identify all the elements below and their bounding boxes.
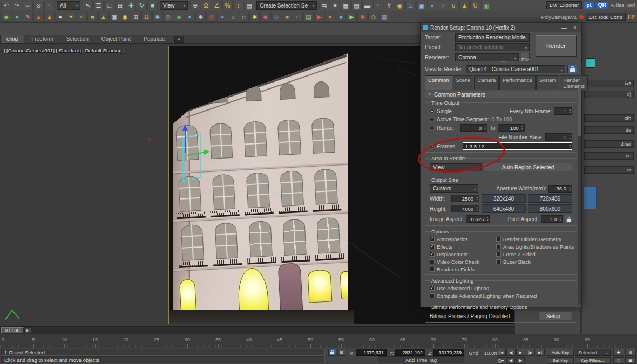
ribbon-tab-freeform[interactable]: Freeform bbox=[25, 35, 59, 43]
unlink-selection-icon[interactable]: ⊗ bbox=[33, 1, 44, 10]
use-pivot-center-icon[interactable]: ⊕ bbox=[190, 1, 200, 10]
u-badge-icon[interactable]: U bbox=[470, 1, 480, 10]
helper-tool-icon[interactable]: ⊞ bbox=[131, 12, 141, 22]
qr-plugin-button[interactable]: QR bbox=[596, 2, 608, 9]
ribbon-tab-populate[interactable]: Populate bbox=[138, 35, 171, 43]
selection-lock-toggle[interactable] bbox=[328, 349, 336, 356]
add-time-tag[interactable]: Add Time Tag bbox=[378, 356, 464, 363]
wave-icon[interactable]: ≈ bbox=[217, 12, 227, 22]
undo-icon[interactable]: ↶ bbox=[1, 1, 11, 10]
frames-radio[interactable] bbox=[430, 144, 435, 149]
auto-key-button[interactable]: Auto Key bbox=[547, 349, 574, 356]
flame-strong-icon[interactable]: ▲ bbox=[44, 12, 55, 22]
aperture-spinner[interactable]: 36,0 bbox=[548, 185, 572, 193]
layer-manager-icon[interactable]: ▤ bbox=[351, 1, 362, 10]
compute-advanced-lighting-when-required-checkbox[interactable]: Compute Advanced Lighting when Required bbox=[430, 292, 572, 299]
render-button[interactable]: Render bbox=[536, 35, 577, 57]
ribbon-tab-eling[interactable]: eling bbox=[0, 35, 24, 43]
preset-640x480-button[interactable]: 640x480 bbox=[482, 204, 526, 213]
spinner-snap-icon[interactable]: ↕ bbox=[233, 1, 243, 10]
panel-rollout-3[interactable]: oth bbox=[584, 114, 634, 122]
range-from-spinner[interactable]: 0 bbox=[460, 124, 487, 132]
checkbox-icon[interactable] bbox=[496, 259, 501, 264]
sphere-tool-icon[interactable]: ● bbox=[12, 12, 22, 22]
frames-field[interactable]: 1,3,5-12 bbox=[463, 142, 572, 150]
single-radio[interactable] bbox=[430, 109, 435, 114]
snaps-toggle-icon[interactable]: Ω bbox=[201, 1, 211, 10]
dialog-tab-common[interactable]: Common bbox=[425, 75, 452, 90]
bulb-icon[interactable]: ○ bbox=[77, 12, 87, 22]
previous-frame-button[interactable]: ◀| bbox=[506, 349, 516, 356]
time-slider[interactable]: 0 / 100 ▶ bbox=[0, 326, 516, 334]
go-to-end-button[interactable]: ▶ bbox=[516, 357, 525, 364]
dialog-titlebar[interactable]: Render Setup: Corona 10 (Hotfix 2) — × bbox=[421, 23, 581, 32]
area-lights-shadows-as-points-checkbox[interactable]: Area Lights/Shadows as Points bbox=[496, 243, 574, 250]
orange-ball-icon[interactable]: ● bbox=[325, 12, 335, 22]
auto-region-selected-button[interactable]: Auto Region Selected bbox=[484, 163, 572, 171]
checkbox-icon[interactable] bbox=[430, 252, 435, 257]
gear-icon[interactable]: ✱ bbox=[195, 12, 206, 22]
named-selection-set-field[interactable]: Create Selection Se bbox=[256, 1, 317, 10]
renderer-dropdown[interactable]: Corona bbox=[455, 53, 519, 61]
diamond-icon[interactable]: ◇ bbox=[271, 12, 281, 22]
atmospherics-checkbox[interactable]: Atmospherics bbox=[430, 235, 494, 243]
explosion-icon[interactable]: ✱ bbox=[357, 12, 368, 22]
leaf-icon[interactable]: ◆ bbox=[174, 12, 184, 22]
checkbox-icon[interactable] bbox=[430, 293, 435, 298]
pt-plugin-button[interactable]: pt bbox=[584, 2, 593, 9]
range-to-spinner[interactable]: 100 bbox=[498, 124, 525, 132]
area-to-render-dropdown[interactable]: View bbox=[430, 163, 482, 171]
ribbon-tab-selection[interactable]: Selection bbox=[60, 35, 94, 43]
select-object-icon[interactable]: ↖ bbox=[83, 1, 93, 10]
preset-800x600-button[interactable]: 800x600 bbox=[528, 204, 572, 213]
droplet-icon[interactable]: ● bbox=[185, 12, 195, 22]
effects-checkbox[interactable]: Effects bbox=[430, 243, 494, 250]
select-and-scale-icon[interactable]: ■ bbox=[147, 1, 158, 10]
time-slider-handle[interactable]: 0 / 100 bbox=[1, 327, 24, 334]
select-and-rotate-icon[interactable]: ↻ bbox=[137, 1, 147, 10]
star-icon[interactable]: ✱ bbox=[249, 12, 260, 22]
magnet-icon[interactable]: Ω bbox=[141, 12, 152, 22]
rendered-frame-window-icon[interactable]: ▣ bbox=[416, 1, 426, 10]
pixel-aspect-lock-button[interactable] bbox=[565, 215, 572, 223]
percent-snap-icon[interactable]: % bbox=[222, 1, 233, 10]
active-time-segment-radio[interactable] bbox=[430, 117, 435, 122]
flame-icon[interactable]: ▲ bbox=[33, 12, 44, 22]
edit-named-selection-sets-icon[interactable]: ▤ bbox=[244, 1, 254, 10]
video-color-check-checkbox[interactable]: Video Color Check bbox=[430, 258, 494, 265]
checkbox-icon[interactable] bbox=[430, 286, 435, 291]
cloth-icon[interactable]: ▦ bbox=[379, 12, 389, 22]
camera-tool-icon[interactable]: ▣ bbox=[109, 12, 119, 22]
dialog-tab-scene[interactable]: Scene bbox=[453, 75, 474, 90]
bitmap-setup-button[interactable]: Setup... bbox=[539, 312, 572, 320]
panel-rollout-1[interactable]: ix3 bbox=[584, 80, 634, 87]
sun-icon[interactable]: ☀ bbox=[66, 12, 76, 22]
checkbox-icon[interactable] bbox=[430, 259, 435, 264]
checkbox-icon[interactable] bbox=[496, 244, 501, 249]
checkbox-icon[interactable] bbox=[430, 237, 435, 242]
curve-editor-icon[interactable]: ≈ bbox=[373, 1, 383, 10]
dialog-scrollbar[interactable] bbox=[578, 88, 581, 305]
window-crossing-icon[interactable]: ⊞ bbox=[115, 1, 125, 10]
select-by-name-icon[interactable]: ☰ bbox=[93, 1, 104, 10]
select-and-link-icon[interactable]: ∞ bbox=[23, 1, 33, 10]
redo-icon[interactable]: ↷ bbox=[12, 1, 22, 10]
schematic-view-icon[interactable]: # bbox=[384, 1, 394, 10]
checkbox-icon[interactable] bbox=[496, 252, 501, 257]
reference-coordinate-dropdown[interactable]: View bbox=[160, 1, 188, 10]
render-hidden-geometry-checkbox[interactable]: Render Hidden Geometry bbox=[496, 235, 574, 243]
total-control-button[interactable]: OR Total Contr bbox=[586, 13, 626, 21]
z-coordinate-field[interactable]: 13170,239 bbox=[433, 349, 464, 356]
close-icon[interactable]: × bbox=[571, 25, 579, 31]
force-2-sided-checkbox[interactable]: Force 2-Sided bbox=[496, 250, 574, 258]
dialog-tab-camera[interactable]: Camera bbox=[474, 75, 499, 90]
super-black-checkbox[interactable]: Super Black bbox=[496, 258, 574, 265]
rollout-common-parameters[interactable]: Common Parameters bbox=[425, 91, 577, 98]
maximize-viewport-icon[interactable]: ▣ bbox=[625, 357, 636, 364]
viewport-lock-button[interactable] bbox=[567, 65, 577, 73]
heart-icon[interactable]: ◆ bbox=[260, 12, 270, 22]
use-advanced-lighting-checkbox[interactable]: Use Advanced Lighting bbox=[430, 284, 572, 292]
fp-plugin-button[interactable]: FP bbox=[628, 14, 635, 20]
viewport-label[interactable]: - ] [Corona Camera001] [ Standard] [ Def… bbox=[1, 47, 125, 53]
previous-key-button[interactable]: |◀ bbox=[497, 349, 506, 356]
